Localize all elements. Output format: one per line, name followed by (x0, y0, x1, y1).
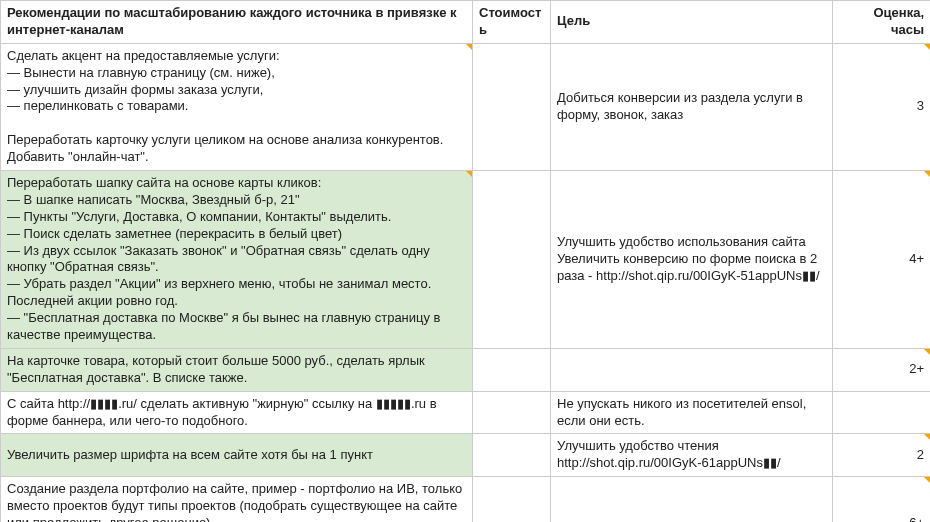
cell-est (833, 391, 931, 434)
cell-est: 6+ (833, 477, 931, 522)
recommendations-table: Рекомендации по масштабированию каждого … (0, 0, 930, 522)
cell-goal: Улучшить удобство использования сайта Ув… (551, 171, 833, 349)
cell-rec: Увеличить размер шрифта на всем сайте хо… (1, 434, 473, 477)
cell-est: 2 (833, 434, 931, 477)
col-header-est: Оценка, часы (833, 1, 931, 44)
table-row: Увеличить размер шрифта на всем сайте хо… (1, 434, 931, 477)
table-row: С сайта http://▮▮▮▮.ru/ сделать активную… (1, 391, 931, 434)
col-header-cost: Стоимость (473, 1, 551, 44)
table-row: Создание раздела портфолио на сайте, при… (1, 477, 931, 522)
cell-rec: На карточке товара, который стоит больше… (1, 348, 473, 391)
table-header-row: Рекомендации по масштабированию каждого … (1, 1, 931, 44)
cell-goal: Не упускать никого из посетителей ensol,… (551, 391, 833, 434)
cell-est: 4+ (833, 171, 931, 349)
table-row: Переработать шапку сайта на основе карты… (1, 171, 931, 349)
table-row: Сделать акцент на предоставляемые услуги… (1, 43, 931, 170)
col-header-goal: Цель (551, 1, 833, 44)
cell-rec: С сайта http://▮▮▮▮.ru/ сделать активную… (1, 391, 473, 434)
cell-rec: Сделать акцент на предоставляемые услуги… (1, 43, 473, 170)
cell-est: 3 (833, 43, 931, 170)
cell-cost (473, 43, 551, 170)
cell-goal (551, 348, 833, 391)
table-row: На карточке товара, который стоит больше… (1, 348, 931, 391)
cell-cost (473, 348, 551, 391)
cell-goal (551, 477, 833, 522)
cell-goal: Улучшить удобство чтения http://shot.qip… (551, 434, 833, 477)
cell-rec: Переработать шапку сайта на основе карты… (1, 171, 473, 349)
cell-cost (473, 171, 551, 349)
cell-cost (473, 434, 551, 477)
cell-cost (473, 477, 551, 522)
col-header-rec: Рекомендации по масштабированию каждого … (1, 1, 473, 44)
cell-rec: Создание раздела портфолио на сайте, при… (1, 477, 473, 522)
cell-goal: Добиться конверсии из раздела услуги в ф… (551, 43, 833, 170)
cell-cost (473, 391, 551, 434)
cell-est: 2+ (833, 348, 931, 391)
